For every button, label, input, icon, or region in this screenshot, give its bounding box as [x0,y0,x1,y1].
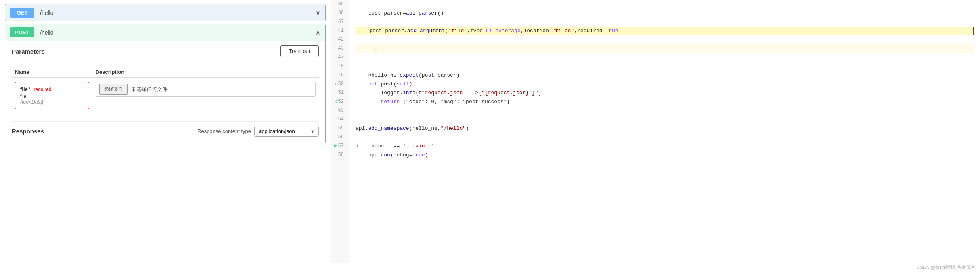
get-endpoint-path: /hello [40,10,316,16]
file-param-name-row: file* required [20,86,84,92]
file-param-input-cell: 选择文件 未选择任何文件 [92,78,319,114]
responses-title: Responses [12,128,44,135]
code-editor-panel: 35 36 37 41 42 43 47 48 49 ◇ 50 51 ◇ 52 … [331,0,980,272]
line-num-52: ◇ 52 [334,98,346,106]
content-type-select[interactable]: application/json [254,126,319,137]
line-numbers: 35 36 37 41 42 43 47 48 49 ◇ 50 51 ◇ 52 … [331,0,349,263]
content-type-select-wrapper[interactable]: application/json [254,126,319,137]
code-line-52: return {"code": 0, "msg": "post success"… [356,98,974,106]
code-line-47 [356,53,974,62]
no-file-selected-text: 未选择任何文件 [131,86,168,93]
code-line-54 [356,115,974,124]
file-param-name-cell: file* required file (formData) [12,78,92,114]
line-num-53: 53 [334,106,346,115]
line-num-55: 55 [334,124,346,133]
line-num-41: 41 [334,27,346,35]
line-num-48: 48 [334,62,346,71]
line-num-49: 49 [334,71,346,80]
parameters-title: Parameters [12,48,45,55]
code-editor: 35 36 37 41 42 43 47 48 49 ◇ 50 51 ◇ 52 … [331,0,980,263]
code-line-50: def post(self): [356,80,974,89]
line-num-58: 58 [334,151,346,160]
line-num-37: 37 [334,18,346,27]
code-line-36: post_parser=api.parser() [356,9,974,18]
code-line-51: logger.info(f"request.json ===>{"{reques… [356,89,974,98]
get-endpoint: GET /hello ∨ [5,4,326,21]
parameters-table: Name Description file* required fi [12,66,319,113]
code-line-37: ... [356,18,974,27]
code-line-48 [356,62,974,71]
param-name: file [20,86,28,92]
col-description-header: Description [92,66,319,78]
line-num-50: ◇ 50 [334,80,346,89]
content-type-wrapper: Response content type application/json [197,126,319,137]
required-label: required [34,87,51,92]
line-num-36: 36 [334,9,346,18]
code-line-55: api.add_namespace(hello_ns,"/hello") [356,124,974,133]
file-param-row: file* required file (formData) 选择文件 未选择任… [12,78,319,114]
code-content-area: post_parser=api.parser() ... post_parser… [349,0,980,263]
watermark: CSDN @数代码敲到头发茂密 [331,263,980,272]
code-line-42 [356,35,974,44]
choose-file-button[interactable]: 选择文件 [99,84,128,95]
post-endpoint: POST /hello ∧ Parameters Try it out Name… [5,24,326,143]
file-input-area[interactable]: 选择文件 未选择任何文件 [96,82,316,97]
get-endpoint-header[interactable]: GET /hello ∨ [5,4,325,21]
code-line-56 [356,133,974,142]
param-sub-name: file [20,93,84,99]
response-content-type-label: Response content type [197,128,251,134]
divider [12,64,319,64]
line-num-54: 54 [334,115,346,124]
required-star: * [29,86,31,92]
get-method-badge: GET [10,8,34,18]
line-num-56: 56 [334,133,346,142]
code-line-35 [356,0,974,9]
code-line-49: @hello_ns.expect(post_parser) [356,71,974,80]
line-num-35: 35 [334,0,346,9]
swagger-panel: GET /hello ∨ POST /hello ∧ Parameters Tr… [0,0,331,272]
code-line-53 [356,106,974,115]
post-endpoint-path: /hello [40,29,316,36]
post-method-badge: POST [10,27,34,37]
code-line-57: if __name__ == '__main__': [356,142,974,151]
code-line-58: app.run(debug=True) [356,151,974,160]
try-it-out-button[interactable]: Try it out [280,45,319,57]
post-chevron-icon[interactable]: ∧ [316,29,320,36]
line-num-47: 47 [334,53,346,62]
code-line-41: post_parser.add_argument("file",type=Fil… [356,27,974,35]
line-num-57: ▶ 57 [334,142,346,151]
line-num-42: 42 [334,35,346,44]
code-line-43: ... [356,44,974,53]
parameters-header: Parameters Try it out [12,45,319,60]
line-num-51: 51 [334,89,346,98]
file-param-box: file* required file (formData) [15,82,89,109]
col-name-header: Name [12,66,92,78]
post-body: Parameters Try it out Name Description [5,41,325,143]
post-endpoint-header[interactable]: POST /hello ∧ [5,24,325,41]
responses-section: Responses Response content type applicat… [12,121,319,137]
line-num-43: 43 [334,44,346,53]
param-format: (formData) [20,99,84,105]
get-chevron-icon[interactable]: ∨ [316,9,320,17]
